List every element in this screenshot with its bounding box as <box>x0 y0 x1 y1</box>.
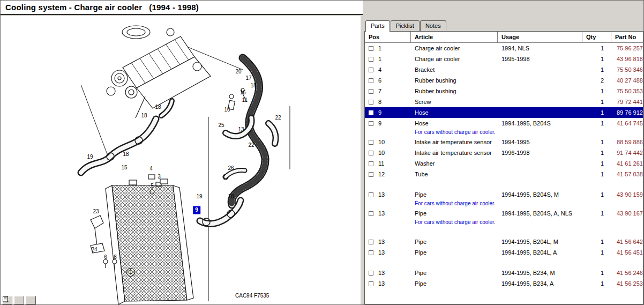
part-number-value: 75 50 353 <box>611 86 643 96</box>
usage-value: 1994-1995, B204L, A <box>498 247 582 258</box>
row-checkbox[interactable] <box>369 121 373 126</box>
row-checkbox[interactable] <box>369 250 373 255</box>
table-row[interactable]: 13Pipe1994-1995, B234, A141 56 253 <box>365 278 643 289</box>
row-checkbox[interactable] <box>369 100 373 105</box>
part-callout[interactable]: 4 <box>149 166 153 172</box>
row-checkbox[interactable] <box>369 271 373 276</box>
qty-value: 1 <box>582 43 611 54</box>
part-callout[interactable]: 23 <box>93 209 99 215</box>
part-callout[interactable]: 16 <box>239 90 245 96</box>
article-value: Screw <box>411 96 498 107</box>
full-view-button[interactable] <box>26 296 36 304</box>
pos-value: 1 <box>378 56 381 62</box>
row-checkbox[interactable] <box>369 110 373 115</box>
part-callout[interactable]: 18 <box>141 113 147 119</box>
part-callout[interactable]: 10 <box>224 107 230 113</box>
row-checkbox[interactable] <box>369 172 373 177</box>
row-checkbox[interactable] <box>369 78 373 83</box>
part-callout[interactable]: 5 <box>151 183 154 189</box>
qty-value: 1 <box>582 267 611 278</box>
article-value: Pipe <box>411 189 498 200</box>
row-checkbox[interactable] <box>369 192 373 197</box>
article-value: Rubber bushing <box>411 86 498 96</box>
part-callout[interactable]: 22 <box>275 115 281 121</box>
part-callout[interactable]: 1 <box>126 268 135 277</box>
row-checkbox[interactable] <box>369 151 373 155</box>
row-checkbox[interactable] <box>369 240 373 244</box>
diagram-toolbar <box>2 296 36 304</box>
part-callout[interactable]: 18 <box>228 194 234 200</box>
row-checkbox[interactable] <box>369 46 373 51</box>
part-callout[interactable]: 15 <box>121 165 127 171</box>
part-callout[interactable]: 8 <box>114 254 117 261</box>
part-number-value: 43 96 818 <box>611 54 643 64</box>
tab-picklist[interactable]: Picklist <box>391 20 420 31</box>
table-row[interactable]: 13Pipe1994-1995, B204L, M141 56 642 <box>365 236 643 247</box>
row-note: For cars without charge air cooler. <box>415 219 643 227</box>
row-checkbox[interactable] <box>369 140 373 145</box>
table-row[interactable]: 4Bracket175 50 346 <box>365 64 643 75</box>
qty-value: 1 <box>582 137 611 147</box>
usage-value <box>498 158 582 169</box>
row-checkbox[interactable] <box>369 57 373 62</box>
pos-value: 13 <box>378 270 385 276</box>
part-callout[interactable]: 19 <box>87 154 93 160</box>
table-row[interactable]: 1Charge air cooler1995-1998143 96 818 <box>365 54 643 64</box>
table-row[interactable]: 10Intake air temperature sensor1994-1995… <box>365 137 643 147</box>
tab-bar: Parts Picklist Notes <box>364 20 643 31</box>
article-value: Pipe <box>411 247 498 258</box>
part-number-value: 79 72 441 <box>611 96 643 107</box>
qty-value: 1 <box>582 147 611 158</box>
part-callout[interactable]: 6 <box>104 254 107 261</box>
part-callout[interactable]: 13 <box>238 127 244 133</box>
part-callout[interactable]: 25 <box>218 122 224 129</box>
table-row[interactable]: 13Pipe1994-1995, B204S, A, NLS143 90 167… <box>365 208 643 227</box>
table-row[interactable]: 12Tube141 57 038 <box>365 169 643 180</box>
part-callout[interactable]: 22 <box>248 142 254 148</box>
article-value: Pipe <box>411 278 498 289</box>
part-callout[interactable]: 18 <box>155 104 161 110</box>
usage-value <box>498 96 582 107</box>
row-checkbox[interactable] <box>369 89 373 94</box>
table-row[interactable]: 13Pipe1994-1995, B204S, M143 90 159For c… <box>365 189 643 208</box>
part-callout[interactable]: 17 <box>245 75 251 81</box>
table-row[interactable]: 6Rubber bushing240 27 488 <box>365 75 643 86</box>
table-row[interactable]: 1Charge air cooler1994, NLS175 96 257 <box>365 43 643 54</box>
usage-value: 1994, NLS <box>498 43 582 54</box>
table-row[interactable]: 8Screw179 72 441 <box>365 96 643 107</box>
part-callout[interactable]: 3 <box>158 174 161 180</box>
part-callout[interactable]: 26 <box>228 165 234 172</box>
tab-notes[interactable]: Notes <box>420 20 446 31</box>
part-callout[interactable]: 20 <box>235 69 241 75</box>
part-callout[interactable]: 19 <box>196 194 202 200</box>
row-checkbox[interactable] <box>369 161 373 166</box>
part-callout[interactable]: 18 <box>250 83 256 89</box>
table-row[interactable]: 10Intake air temperature sensor1996-1998… <box>365 147 643 158</box>
table-row[interactable]: 13Pipe1994-1995, B234, M141 56 246 <box>365 267 643 278</box>
row-checkbox[interactable] <box>369 211 373 216</box>
table-row[interactable]: 11Washer141 61 261 <box>365 158 643 169</box>
table-body: 1Charge air cooler1994, NLS175 96 2571Ch… <box>365 43 643 304</box>
part-callout[interactable]: 24 <box>91 247 97 253</box>
row-checkbox[interactable] <box>369 68 373 72</box>
table-row[interactable]: 13Pipe1994-1995, B204L, A141 56 451 <box>365 247 643 258</box>
table-row[interactable]: 9Hose189 76 912 <box>365 107 643 118</box>
row-checkbox[interactable] <box>369 281 373 286</box>
table-row[interactable]: 7Rubber bushing175 50 353 <box>365 86 643 96</box>
row-note: For cars without charge air cooler. <box>415 129 643 137</box>
part-callout[interactable]: 11 <box>242 97 248 103</box>
table-row[interactable]: 9Hose1994-1995, B204S141 64 745For cars … <box>365 118 643 137</box>
article-value: Rubber bushing <box>411 75 498 86</box>
usage-value: 1995-1998 <box>498 54 582 64</box>
page-icon <box>2 296 9 302</box>
zoom-out-button[interactable] <box>14 296 24 304</box>
pos-value: 4 <box>378 66 381 73</box>
pos-value: 13 <box>378 249 385 256</box>
qty-value: 1 <box>582 189 611 200</box>
article-value: Pipe <box>411 236 498 247</box>
qty-value: 1 <box>582 64 611 75</box>
tab-parts[interactable]: Parts <box>365 20 390 32</box>
part-callout[interactable]: 18 <box>123 151 129 158</box>
selected-part-marker[interactable]: 9 <box>193 206 200 214</box>
pos-value: 13 <box>378 280 385 287</box>
